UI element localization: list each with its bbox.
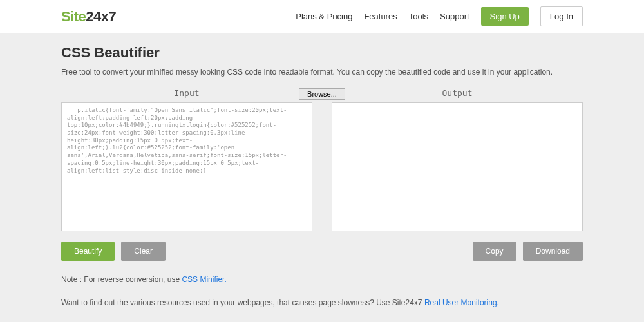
copy-button[interactable]: Copy (473, 242, 516, 261)
logo-dark: 24x7 (86, 8, 116, 24)
nav-plans[interactable]: Plans & Pricing (296, 12, 352, 21)
download-button[interactable]: Download (523, 242, 583, 261)
main-container: CSS Beautifier Free tool to convert your… (55, 33, 589, 319)
input-label: Input (174, 88, 199, 98)
input-column: Input (61, 88, 312, 101)
note: Note : For reverse conversion, use CSS M… (61, 275, 583, 284)
output-column: Output (332, 88, 583, 101)
nav: Plans & Pricing Features Tools Support S… (296, 6, 583, 26)
rum-link[interactable]: Real User Monitoring. (424, 298, 499, 307)
info-prefix: Want to find out the various resources u… (61, 298, 424, 307)
browse-button[interactable]: Browse... (299, 88, 345, 100)
button-row: Beautify Clear Copy Download (61, 242, 583, 261)
nav-tools[interactable]: Tools (409, 12, 428, 21)
info-line: Want to find out the various resources u… (61, 298, 583, 307)
note-prefix: Note : For reverse conversion, use (61, 275, 182, 284)
description: Free tool to convert your minified messy… (61, 68, 583, 77)
login-button[interactable]: Log In (540, 6, 583, 26)
beautify-button[interactable]: Beautify (61, 242, 115, 261)
logo-green: Site (61, 8, 86, 24)
css-minifier-link[interactable]: CSS Minifier. (182, 275, 226, 284)
input-textarea[interactable] (61, 102, 312, 231)
output-area (332, 102, 583, 231)
nav-features[interactable]: Features (364, 12, 397, 21)
nav-support[interactable]: Support (440, 12, 469, 21)
output-label: Output (332, 88, 583, 98)
signup-button[interactable]: Sign Up (481, 7, 529, 26)
page-title: CSS Beautifier (61, 44, 583, 61)
logo[interactable]: Site24x7 (61, 8, 116, 25)
clear-button[interactable]: Clear (121, 242, 166, 261)
header: Site24x7 Plans & Pricing Features Tools … (0, 0, 644, 33)
